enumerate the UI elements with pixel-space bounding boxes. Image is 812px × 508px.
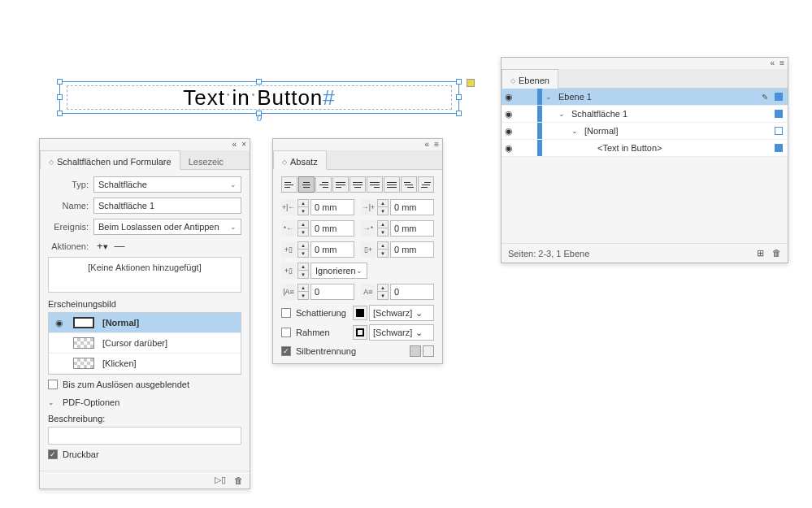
resize-handle[interactable] bbox=[57, 111, 63, 116]
expander-icon[interactable]: ⌄ bbox=[48, 398, 54, 406]
selection-square-icon[interactable] bbox=[775, 110, 783, 118]
align-right-button[interactable] bbox=[315, 176, 332, 193]
layer-item[interactable]: ◉⌄[Normal] bbox=[502, 123, 788, 140]
tab-paragraph[interactable]: ◇ Absatz bbox=[273, 150, 327, 170]
space-after-icon: ▯+ bbox=[361, 241, 376, 258]
border-color-dropdown[interactable]: [Schwarz]⌄ bbox=[369, 324, 434, 341]
description-input[interactable] bbox=[48, 427, 241, 445]
state-normal[interactable]: ◉ [Normal] bbox=[49, 313, 241, 333]
border-swatch-button[interactable] bbox=[353, 325, 367, 340]
dropcap-lines-input[interactable]: 0 bbox=[310, 284, 354, 300]
collapse-icon[interactable]: « bbox=[771, 59, 775, 67]
spinner[interactable]: ▲▼ bbox=[297, 220, 309, 237]
overset-indicator: 0 bbox=[257, 111, 263, 124]
text-frame-content[interactable]: Text • in • Button # bbox=[67, 85, 452, 110]
resize-handle[interactable] bbox=[57, 94, 63, 100]
layer-name-text: <Text in Button> bbox=[597, 143, 662, 153]
justify-center-button[interactable] bbox=[350, 176, 366, 193]
shading-checkbox[interactable] bbox=[281, 308, 291, 318]
spinner[interactable]: ▲▼ bbox=[377, 284, 389, 300]
align-away-spine-button[interactable] bbox=[418, 176, 434, 193]
layer-item[interactable]: ◉<Text in Button> bbox=[502, 140, 788, 157]
expander-icon[interactable]: ⌄ bbox=[571, 127, 578, 135]
align-towards-spine-button[interactable] bbox=[401, 176, 417, 193]
left-indent-input[interactable]: 0 mm bbox=[310, 199, 354, 215]
add-action-button[interactable]: +▾ bbox=[97, 240, 108, 252]
spinner[interactable]: ▲▼ bbox=[377, 199, 389, 215]
dropcap-dropdown[interactable]: Ignorieren ⌄ bbox=[310, 263, 367, 279]
text-frame[interactable]: Text • in • Button # 0 bbox=[59, 81, 459, 114]
expander-icon[interactable]: ⌄ bbox=[558, 110, 565, 118]
shading-swatch-button[interactable] bbox=[353, 306, 367, 320]
trash-icon[interactable]: 🗑 bbox=[234, 475, 243, 485]
state-rollover[interactable]: [Cursor darüber] bbox=[49, 333, 241, 354]
layer-item[interactable]: ◉⌄Ebene 1✎ bbox=[502, 89, 788, 106]
selection-square-icon[interactable] bbox=[775, 93, 783, 101]
layer-item[interactable]: ◉⌄Schaltfläche 1 bbox=[502, 106, 788, 123]
tab-buttons-forms[interactable]: ◇ Schaltflächen und Formulare bbox=[40, 150, 180, 170]
layers-footer-status: Seiten: 2-3, 1 Ebene bbox=[508, 249, 589, 258]
spinner[interactable]: ▲▼ bbox=[377, 220, 389, 237]
visibility-icon[interactable]: ◉ bbox=[502, 143, 516, 154]
color-value: [Schwarz] bbox=[373, 308, 412, 318]
delete-layer-button[interactable]: 🗑 bbox=[772, 248, 781, 258]
panel-menu-icon[interactable]: ≡ bbox=[434, 141, 439, 149]
live-corner-icon[interactable] bbox=[467, 79, 475, 87]
type-value: Schaltfläche bbox=[98, 180, 147, 189]
type-dropdown[interactable]: Schaltfläche ⌄ bbox=[93, 176, 241, 193]
visibility-icon[interactable]: ◉ bbox=[502, 92, 516, 102]
border-checkbox[interactable] bbox=[281, 328, 291, 337]
dropcap-chars-input[interactable]: 0 bbox=[390, 284, 434, 300]
visibility-icon[interactable]: ◉ bbox=[502, 109, 516, 119]
event-dropdown[interactable]: Beim Loslassen oder Antippen ⌄ bbox=[93, 219, 241, 235]
hidden-until-trigger-checkbox[interactable] bbox=[48, 380, 58, 389]
list-view-icon[interactable] bbox=[423, 345, 434, 357]
spinner[interactable]: ▲▼ bbox=[297, 284, 309, 300]
collapse-icon[interactable]: « bbox=[232, 141, 237, 149]
selection-square-icon[interactable] bbox=[775, 144, 783, 152]
remove-action-button[interactable]: — bbox=[115, 240, 125, 252]
visibility-icon[interactable]: ◉ bbox=[54, 318, 65, 328]
first-line-input[interactable]: 0 mm bbox=[310, 220, 354, 237]
spinner[interactable]: ▲▼ bbox=[297, 199, 309, 215]
new-layer-button[interactable]: ⊞ bbox=[757, 248, 764, 258]
spinner[interactable]: ▲▼ bbox=[297, 241, 309, 258]
tab-layers[interactable]: ◇ Ebenen bbox=[502, 69, 558, 89]
shading-color-dropdown[interactable]: [Schwarz]⌄ bbox=[369, 305, 434, 321]
printable-checkbox[interactable]: ✓ bbox=[48, 449, 58, 459]
spinner[interactable]: ▲▼ bbox=[377, 241, 389, 258]
visibility-icon[interactable]: ◉ bbox=[502, 126, 516, 137]
grid-view-icon[interactable] bbox=[410, 345, 421, 357]
close-icon[interactable]: × bbox=[241, 141, 246, 149]
resize-handle[interactable] bbox=[456, 94, 462, 100]
resize-handle[interactable] bbox=[456, 79, 462, 85]
space-after-input[interactable]: 0 mm bbox=[390, 241, 434, 258]
resize-handle[interactable] bbox=[456, 111, 462, 116]
hyphenation-checkbox[interactable]: ✓ bbox=[281, 346, 291, 356]
expander-icon[interactable]: ⌄ bbox=[545, 93, 552, 101]
justify-all-button[interactable] bbox=[384, 176, 400, 193]
color-value: [Schwarz] bbox=[373, 328, 412, 337]
panel-menu-icon[interactable]: ≡ bbox=[779, 59, 784, 67]
collapse-icon[interactable]: « bbox=[425, 141, 430, 149]
pdf-options-header[interactable]: PDF-Optionen bbox=[63, 397, 119, 407]
tab-bookmarks[interactable]: Lesezeic bbox=[180, 150, 232, 170]
selection-square-icon[interactable] bbox=[775, 127, 783, 135]
resize-handle[interactable] bbox=[256, 79, 262, 85]
spinner[interactable]: ▲▼ bbox=[297, 263, 309, 279]
pen-icon: ✎ bbox=[762, 93, 768, 102]
name-input[interactable]: Schaltfläche 1 bbox=[93, 198, 241, 214]
justify-right-button[interactable] bbox=[367, 176, 383, 193]
align-left-button[interactable] bbox=[281, 176, 297, 193]
state-click[interactable]: [Klicken] bbox=[49, 354, 241, 374]
space-before-input[interactable]: 0 mm bbox=[310, 241, 354, 258]
align-center-button[interactable] bbox=[298, 176, 315, 193]
space-dot: • bbox=[225, 90, 232, 99]
last-line-indent-icon: →* bbox=[361, 220, 376, 237]
resize-handle[interactable] bbox=[57, 79, 63, 85]
chevron-down-icon: ⌄ bbox=[356, 267, 363, 275]
last-line-input[interactable]: 0 mm bbox=[390, 220, 434, 237]
right-indent-input[interactable]: 0 mm bbox=[390, 199, 434, 215]
justify-left-button[interactable] bbox=[332, 176, 349, 193]
preview-icon[interactable]: ▷▯ bbox=[215, 475, 226, 485]
